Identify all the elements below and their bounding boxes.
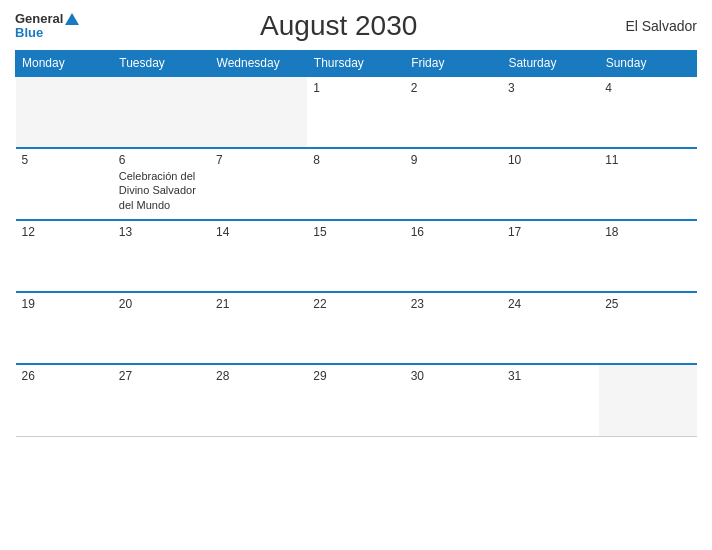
day-number: 7 xyxy=(216,153,301,167)
table-cell: 10 xyxy=(502,148,599,220)
day-number: 19 xyxy=(22,297,107,311)
day-number: 5 xyxy=(22,153,107,167)
table-cell: 1 xyxy=(307,76,404,148)
weekday-header-row: Monday Tuesday Wednesday Thursday Friday… xyxy=(16,51,697,77)
calendar-container: General Blue August 2030 El Salvador Mon… xyxy=(0,0,712,550)
table-cell: 6Celebración del Divino Salvador del Mun… xyxy=(113,148,210,220)
day-number: 12 xyxy=(22,225,107,239)
day-number: 13 xyxy=(119,225,204,239)
day-number: 26 xyxy=(22,369,107,383)
table-cell xyxy=(113,76,210,148)
day-number: 27 xyxy=(119,369,204,383)
header-saturday: Saturday xyxy=(502,51,599,77)
table-cell: 19 xyxy=(16,292,113,364)
day-number: 21 xyxy=(216,297,301,311)
header-thursday: Thursday xyxy=(307,51,404,77)
table-cell: 5 xyxy=(16,148,113,220)
week-row-4: 19202122232425 xyxy=(16,292,697,364)
table-cell: 14 xyxy=(210,220,307,292)
logo-general-text: General xyxy=(15,12,63,26)
calendar-grid: Monday Tuesday Wednesday Thursday Friday… xyxy=(15,50,697,437)
table-cell: 9 xyxy=(405,148,502,220)
table-cell: 4 xyxy=(599,76,696,148)
day-number: 8 xyxy=(313,153,398,167)
table-cell: 26 xyxy=(16,364,113,436)
calendar-title: August 2030 xyxy=(80,10,597,42)
logo-blue-text: Blue xyxy=(15,25,43,40)
table-cell: 20 xyxy=(113,292,210,364)
table-cell: 7 xyxy=(210,148,307,220)
day-number: 29 xyxy=(313,369,398,383)
day-number: 2 xyxy=(411,81,496,95)
table-cell: 15 xyxy=(307,220,404,292)
day-number: 28 xyxy=(216,369,301,383)
table-cell: 16 xyxy=(405,220,502,292)
day-number: 18 xyxy=(605,225,690,239)
table-cell xyxy=(16,76,113,148)
day-number: 31 xyxy=(508,369,593,383)
day-number: 11 xyxy=(605,153,690,167)
week-row-3: 12131415161718 xyxy=(16,220,697,292)
calendar-header: General Blue August 2030 El Salvador xyxy=(15,10,697,42)
table-cell: 11 xyxy=(599,148,696,220)
header-tuesday: Tuesday xyxy=(113,51,210,77)
day-number: 6 xyxy=(119,153,204,167)
day-number: 25 xyxy=(605,297,690,311)
table-cell: 27 xyxy=(113,364,210,436)
header-sunday: Sunday xyxy=(599,51,696,77)
day-number: 17 xyxy=(508,225,593,239)
table-cell: 25 xyxy=(599,292,696,364)
day-number: 30 xyxy=(411,369,496,383)
table-cell: 29 xyxy=(307,364,404,436)
table-cell xyxy=(599,364,696,436)
table-cell: 28 xyxy=(210,364,307,436)
header-wednesday: Wednesday xyxy=(210,51,307,77)
header-monday: Monday xyxy=(16,51,113,77)
table-cell xyxy=(210,76,307,148)
week-row-1: 1234 xyxy=(16,76,697,148)
day-number: 9 xyxy=(411,153,496,167)
table-cell: 22 xyxy=(307,292,404,364)
logo: General Blue xyxy=(15,12,80,41)
day-number: 1 xyxy=(313,81,398,95)
country-label: El Salvador xyxy=(597,18,697,34)
table-cell: 30 xyxy=(405,364,502,436)
week-row-5: 262728293031 xyxy=(16,364,697,436)
day-number: 4 xyxy=(605,81,690,95)
table-cell: 21 xyxy=(210,292,307,364)
table-cell: 18 xyxy=(599,220,696,292)
table-cell: 8 xyxy=(307,148,404,220)
table-cell: 12 xyxy=(16,220,113,292)
table-cell: 17 xyxy=(502,220,599,292)
day-number: 15 xyxy=(313,225,398,239)
day-number: 24 xyxy=(508,297,593,311)
table-cell: 24 xyxy=(502,292,599,364)
table-cell: 3 xyxy=(502,76,599,148)
table-cell: 2 xyxy=(405,76,502,148)
day-number: 20 xyxy=(119,297,204,311)
week-row-2: 56Celebración del Divino Salvador del Mu… xyxy=(16,148,697,220)
day-number: 10 xyxy=(508,153,593,167)
table-cell: 23 xyxy=(405,292,502,364)
table-cell: 31 xyxy=(502,364,599,436)
day-number: 22 xyxy=(313,297,398,311)
day-number: 14 xyxy=(216,225,301,239)
table-cell: 13 xyxy=(113,220,210,292)
day-number: 16 xyxy=(411,225,496,239)
logo-triangle-icon xyxy=(64,12,80,26)
day-number: 23 xyxy=(411,297,496,311)
day-number: 3 xyxy=(508,81,593,95)
header-friday: Friday xyxy=(405,51,502,77)
event-label: Celebración del Divino Salvador del Mund… xyxy=(119,170,196,211)
svg-marker-0 xyxy=(65,13,79,25)
